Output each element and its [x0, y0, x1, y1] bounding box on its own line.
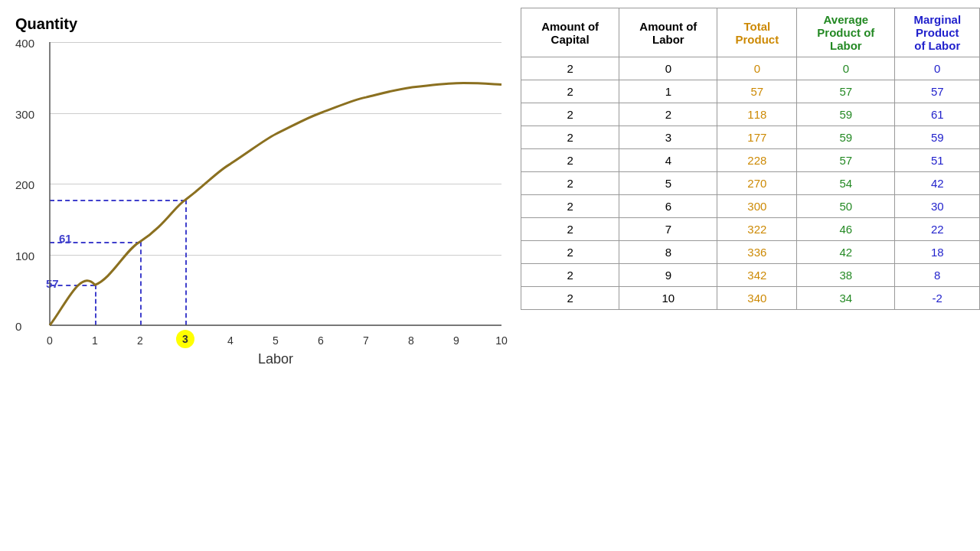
cell-marginal: 59: [895, 126, 980, 149]
x-tick-10: 10: [495, 334, 508, 347]
chart-area: 400 300 200 100 0 0 1 2 3 4 5 6 7 8 9 10…: [50, 42, 501, 325]
cell-marginal: 42: [895, 172, 980, 195]
table-row: 221185961: [521, 103, 980, 126]
x-tick-2: 2: [137, 334, 143, 347]
cell-total: 300: [717, 195, 797, 218]
cell-avg: 50: [797, 195, 895, 218]
cell-marginal: 18: [895, 241, 980, 264]
x-tick-0: 0: [47, 334, 53, 347]
cell-capital: 2: [521, 103, 619, 126]
table-row: 273224622: [521, 218, 980, 241]
cell-labor: 10: [619, 287, 717, 310]
cell-labor: 6: [619, 195, 717, 218]
table-row: 252705442: [521, 172, 980, 195]
cell-total: 322: [717, 218, 797, 241]
x-tick-5: 5: [273, 334, 279, 347]
x-tick-1: 1: [92, 334, 98, 347]
cell-avg: 38: [797, 264, 895, 287]
quantity-label: Quantity: [15, 15, 77, 33]
cell-capital: 2: [521, 241, 619, 264]
cell-labor: 7: [619, 218, 717, 241]
x-tick-9: 9: [453, 334, 459, 347]
table-row: 21034034-2: [521, 287, 980, 310]
col-header-labor: Amount ofLabor: [619, 8, 717, 57]
cell-labor: 1: [619, 80, 717, 103]
cell-avg: 54: [797, 172, 895, 195]
col-header-total: TotalProduct: [717, 8, 797, 57]
cell-labor: 4: [619, 149, 717, 172]
cell-marginal: 8: [895, 264, 980, 287]
cell-marginal: 0: [895, 57, 980, 80]
cell-marginal: -2: [895, 287, 980, 310]
cell-total: 0: [717, 57, 797, 80]
table-row: 242285751: [521, 149, 980, 172]
cell-avg: 0: [797, 57, 895, 80]
cell-labor: 5: [619, 172, 717, 195]
data-table: Amount ofCapital Amount ofLabor TotalPro…: [521, 8, 980, 310]
cell-total: 340: [717, 287, 797, 310]
cell-capital: 2: [521, 195, 619, 218]
cell-capital: 2: [521, 80, 619, 103]
cell-avg: 34: [797, 287, 895, 310]
col-header-capital: Amount ofCapital: [521, 8, 619, 57]
cell-capital: 2: [521, 57, 619, 80]
x-tick-7: 7: [363, 334, 369, 347]
cell-capital: 2: [521, 172, 619, 195]
cell-total: 342: [717, 264, 797, 287]
cell-avg: 59: [797, 126, 895, 149]
cell-marginal: 51: [895, 149, 980, 172]
y-label-400: 400: [15, 37, 34, 50]
cell-marginal: 61: [895, 103, 980, 126]
cell-total: 270: [717, 172, 797, 195]
x-tick-4: 4: [227, 334, 234, 347]
cell-marginal: 57: [895, 80, 980, 103]
cell-total: 57: [717, 80, 797, 103]
cell-total: 228: [717, 149, 797, 172]
x-tick-8: 8: [408, 334, 414, 347]
y-label-100: 100: [15, 249, 34, 262]
production-curve: [50, 42, 501, 325]
cell-labor: 3: [619, 126, 717, 149]
cell-capital: 2: [521, 287, 619, 310]
labor-label: Labor: [258, 351, 293, 367]
col-header-avg: AverageProduct ofLabor: [797, 8, 895, 57]
cell-labor: 8: [619, 241, 717, 264]
table-row: 231775959: [521, 126, 980, 149]
cell-capital: 2: [521, 218, 619, 241]
cell-labor: 9: [619, 264, 717, 287]
y-label-200: 200: [15, 178, 34, 191]
x-tick-6: 6: [318, 334, 324, 347]
table-row: 20000: [521, 57, 980, 80]
cell-total: 177: [717, 126, 797, 149]
cell-avg: 46: [797, 218, 895, 241]
x-tick-3-highlighted: 3: [176, 330, 194, 348]
cell-avg: 57: [797, 149, 895, 172]
cell-total: 336: [717, 241, 797, 264]
table-row: 283364218: [521, 241, 980, 264]
table-row: 29342388: [521, 264, 980, 287]
cell-labor: 0: [619, 57, 717, 80]
y-label-0: 0: [15, 320, 21, 333]
table-section: Amount ofCapital Amount ofLabor TotalPro…: [521, 8, 980, 310]
table-row: 21575757: [521, 80, 980, 103]
cell-marginal: 22: [895, 218, 980, 241]
table-row: 263005030: [521, 195, 980, 218]
cell-avg: 42: [797, 241, 895, 264]
cell-capital: 2: [521, 149, 619, 172]
cell-labor: 2: [619, 103, 717, 126]
cell-capital: 2: [521, 264, 619, 287]
cell-avg: 57: [797, 80, 895, 103]
cell-avg: 59: [797, 103, 895, 126]
col-header-marginal: MarginalProductof Labor: [895, 8, 980, 57]
chart-section: Quantity 400 300 200 100 0 0 1 2 3 4 5 6…: [8, 8, 513, 406]
cell-marginal: 30: [895, 195, 980, 218]
cell-total: 118: [717, 103, 797, 126]
cell-capital: 2: [521, 126, 619, 149]
y-label-300: 300: [15, 107, 34, 120]
